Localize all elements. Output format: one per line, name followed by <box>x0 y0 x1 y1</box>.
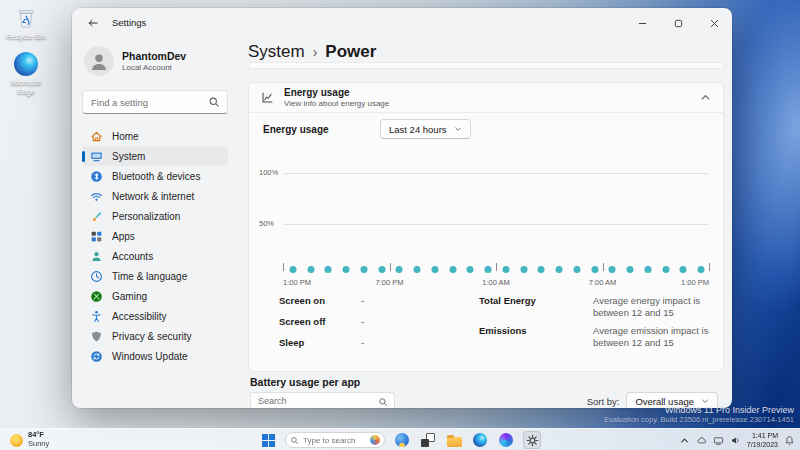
chart-dot <box>698 266 705 273</box>
sidebar-item-privacy-security[interactable]: Privacy & security <box>82 326 228 346</box>
edge-taskbar-button[interactable] <box>471 431 489 449</box>
energy-usage-header[interactable]: Energy usage View info about energy usag… <box>249 83 723 113</box>
tray-date: 7/19/2023 <box>747 440 778 449</box>
stat-value: - <box>361 316 471 328</box>
taskbar-center <box>259 429 541 450</box>
maximize-button[interactable] <box>660 8 696 38</box>
windows-update-icon <box>90 350 103 363</box>
time-range-dropdown[interactable]: Last 24 hours <box>380 119 471 139</box>
chart-dot <box>414 266 421 273</box>
onedrive-icon[interactable] <box>696 435 707 446</box>
search-icon <box>290 436 299 445</box>
x-axis-label: 7:00 AM <box>589 278 617 287</box>
stat-value: Average energy impact is between 12 and … <box>593 295 719 319</box>
stat-label: Screen off <box>279 316 361 328</box>
breadcrumb-system[interactable]: System <box>248 42 305 62</box>
tick-mark <box>709 263 710 271</box>
stat-screen-on: Screen on- <box>279 295 471 307</box>
person-icon <box>88 50 110 72</box>
taskbar-search-input[interactable] <box>303 436 366 445</box>
x-axis-label: 1:00 PM <box>283 278 311 287</box>
settings-taskbar-button[interactable] <box>523 431 541 449</box>
sidebar-item-home[interactable]: Home <box>82 126 228 146</box>
chart-dot <box>573 266 580 273</box>
search-icon <box>378 397 388 407</box>
task-view-button[interactable] <box>419 431 437 449</box>
chart-dot <box>325 266 332 273</box>
search-icon <box>208 96 220 108</box>
close-icon <box>710 19 719 28</box>
avatar <box>84 46 114 76</box>
edge-icon <box>473 433 487 447</box>
desktop-icon-microsoft-edge[interactable]: Microsoft Edge <box>4 52 48 96</box>
notifications-bell-icon[interactable] <box>784 435 795 446</box>
stat-value: - <box>361 337 471 349</box>
sidebar-item-label: Personalization <box>112 211 180 222</box>
sidebar-item-network-internet[interactable]: Network & internet <box>82 186 228 206</box>
chart-dot <box>520 266 527 273</box>
back-button[interactable] <box>82 13 104 33</box>
system-icon <box>90 150 103 163</box>
sidebar-item-system[interactable]: System <box>82 146 228 166</box>
sidebar-item-time-language[interactable]: Time & language <box>82 266 228 286</box>
chevron-down-icon <box>701 397 709 405</box>
energy-usage-row: Energy usage Last 24 hours <box>263 119 709 139</box>
weather-widget[interactable]: 84°F Sunny <box>6 429 53 450</box>
network-icon <box>90 190 103 203</box>
collapse-chevron-icon[interactable] <box>700 92 711 103</box>
sidebar-item-windows-update[interactable]: Windows Update <box>82 346 228 366</box>
energy-stats-left: Screen on-Screen off-Sleep- <box>279 295 471 358</box>
stat-screen-off: Screen off- <box>279 316 471 328</box>
tray-time: 1:41 PM <box>747 431 778 440</box>
energy-usage-label: Energy usage <box>263 124 329 135</box>
chart-dot <box>431 266 438 273</box>
desktop-icon-recycle-bin[interactable]: Recycle Bin <box>4 6 48 41</box>
folder-icon <box>447 437 462 447</box>
sidebar-nav: HomeSystemBluetooth & devicesNetwork & i… <box>82 126 228 366</box>
bluetooth-icon <box>90 170 103 183</box>
clock[interactable]: 1:41 PM 7/19/2023 <box>747 431 778 449</box>
sidebar-item-label: Apps <box>112 231 135 242</box>
volume-icon[interactable] <box>730 435 741 446</box>
sidebar-item-bluetooth-devices[interactable]: Bluetooth & devices <box>82 166 228 186</box>
back-arrow-icon <box>87 17 99 29</box>
network-tray-icon[interactable] <box>713 435 724 446</box>
find-setting-input[interactable] <box>91 91 201 113</box>
start-button[interactable] <box>259 431 277 449</box>
stat-label: Screen on <box>279 295 361 307</box>
sidebar-item-accessibility[interactable]: Accessibility <box>82 306 228 326</box>
sidebar-item-personalization[interactable]: Personalization <box>82 206 228 226</box>
browser-app-button[interactable] <box>497 431 515 449</box>
watermark-line2: Evaluation copy. Build 23506.ni_prerelea… <box>604 415 794 424</box>
card-subtitle: View info about energy usage <box>284 99 389 108</box>
settings-window: Settings PhantomDev Local Account HomeSy… <box>72 8 732 408</box>
tray-chevron-icon[interactable] <box>679 435 690 446</box>
account-info[interactable]: PhantomDev Local Account <box>82 42 228 80</box>
chart-plot: 1:00 PM7:00 PM1:00 AM7:00 AM1:00 PM <box>283 173 709 275</box>
sidebar-item-apps[interactable]: Apps <box>82 226 228 246</box>
x-axis-label: 1:00 PM <box>681 278 709 287</box>
taskbar-search[interactable] <box>285 432 385 448</box>
battery-usage-title: Battery usage per app <box>250 376 360 388</box>
chart-dot <box>680 266 687 273</box>
window-title: Settings <box>112 17 146 28</box>
gridline <box>283 173 709 174</box>
sidebar-item-label: Time & language <box>112 271 187 282</box>
energy-stats-right: Total EnergyAverage energy impact is bet… <box>479 295 719 355</box>
gridline <box>283 224 709 225</box>
close-button[interactable] <box>696 8 732 38</box>
personalization-icon <box>90 210 103 223</box>
chart-dot <box>396 266 403 273</box>
tick-mark <box>283 263 284 271</box>
minimize-button[interactable] <box>624 8 660 38</box>
battery-search-input[interactable] <box>258 393 373 408</box>
desktop-icon-label: Recycle Bin <box>4 32 48 41</box>
edge-icon <box>14 52 38 76</box>
sidebar-item-accounts[interactable]: Accounts <box>82 246 228 266</box>
stat-sleep: Sleep- <box>279 337 471 349</box>
sidebar: PhantomDev Local Account HomeSystemBluet… <box>72 38 238 408</box>
sidebar-item-label: System <box>112 151 145 162</box>
sidebar-item-gaming[interactable]: Gaming <box>82 286 228 306</box>
file-explorer-button[interactable] <box>445 431 463 449</box>
copilot-button[interactable] <box>393 431 411 449</box>
